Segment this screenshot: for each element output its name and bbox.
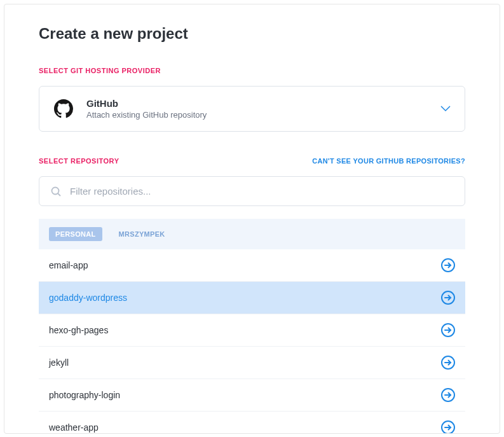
provider-description: Attach existing GitHub repository	[86, 110, 440, 120]
svg-line-1	[58, 193, 60, 196]
repo-name: godaddy-wordpress	[49, 293, 127, 303]
arrow-right-icon	[441, 291, 455, 305]
search-box[interactable]	[39, 176, 465, 206]
github-icon	[53, 99, 74, 119]
provider-section-label: SELECT GIT HOSTING PROVIDER	[39, 67, 465, 74]
chevron-down-icon	[440, 103, 451, 114]
arrow-right-icon	[441, 420, 455, 434]
tab-personal[interactable]: PERSONAL	[49, 227, 102, 241]
repo-name: hexo-gh-pages	[49, 325, 108, 335]
provider-name: GitHub	[86, 98, 440, 109]
arrow-right-icon	[441, 356, 455, 370]
svg-point-0	[52, 187, 59, 194]
repo-name: weather-app	[49, 422, 99, 433]
repo-item[interactable]: jekyll	[39, 347, 465, 379]
provider-dropdown[interactable]: GitHub Attach existing GitHub repository	[39, 86, 465, 132]
search-input[interactable]	[70, 186, 453, 197]
repo-item[interactable]: weather-app	[39, 412, 465, 434]
page-title: Create a new project	[39, 25, 465, 43]
repo-name: photography-login	[49, 390, 120, 400]
help-link[interactable]: CAN'T SEE YOUR GITHUB REPOSITORIES?	[312, 157, 465, 165]
repo-item[interactable]: photography-login	[39, 379, 465, 412]
tab-user[interactable]: MRSZYMPEK	[112, 227, 172, 241]
arrow-right-icon	[441, 388, 455, 402]
repo-list: email-app godaddy-wordpress hexo-gh-page…	[39, 249, 465, 434]
arrow-right-icon	[441, 323, 455, 337]
repo-section-label: SELECT REPOSITORY	[39, 157, 119, 165]
repo-name: email-app	[49, 260, 88, 270]
search-icon	[51, 186, 61, 197]
repo-item[interactable]: godaddy-wordpress	[39, 282, 465, 314]
arrow-right-icon	[441, 258, 455, 272]
repo-name: jekyll	[49, 357, 69, 368]
tabs-row: PERSONAL MRSZYMPEK	[39, 219, 465, 249]
repo-item[interactable]: hexo-gh-pages	[39, 314, 465, 347]
repo-item[interactable]: email-app	[39, 249, 465, 282]
